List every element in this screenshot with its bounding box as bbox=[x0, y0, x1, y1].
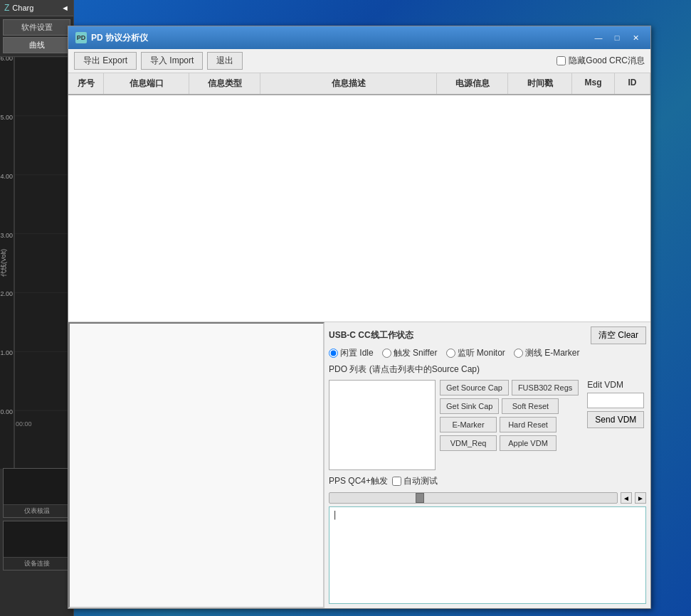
hide-good-crc-label[interactable]: 隐藏Good CRC消息 bbox=[557, 55, 645, 67]
export-button[interactable]: 导出 Export bbox=[74, 52, 137, 70]
slider-track[interactable] bbox=[329, 492, 618, 504]
col-header-id: ID bbox=[615, 73, 650, 94]
pdo-btn-row-2: Get Sink Cap Soft Reset bbox=[440, 398, 579, 414]
col-header-msg: Msg bbox=[572, 73, 615, 94]
radio-emarker[interactable]: 测线 E-Marker bbox=[514, 347, 580, 359]
import-button[interactable]: 导入 Import bbox=[141, 52, 203, 70]
title-bar: PD PD 协议分析仪 — □ ✕ bbox=[68, 26, 650, 49]
radio-emarker-label: 测线 E-Marker bbox=[525, 347, 580, 359]
app-icon: PD bbox=[75, 32, 87, 43]
edit-vdm-label: Edit VDM bbox=[587, 380, 644, 390]
get-source-cap-button[interactable]: Get Source Cap bbox=[440, 380, 509, 395]
title-bar-left: PD PD 协议分析仪 bbox=[75, 32, 148, 44]
pdo-list-box[interactable] bbox=[329, 380, 436, 470]
radio-emarker-input[interactable] bbox=[514, 349, 523, 358]
auto-test-label[interactable]: 自动测试 bbox=[392, 475, 438, 487]
left-panel-title-icon: Z bbox=[4, 3, 9, 13]
window-title: PD 协议分析仪 bbox=[91, 32, 148, 44]
pdo-section: Get Source Cap FUSB302 Regs Get Sink Cap… bbox=[329, 380, 646, 470]
edit-vdm-section: Edit VDM Send VDM bbox=[587, 380, 644, 470]
left-arrow-button[interactable]: ◄ bbox=[621, 492, 632, 504]
cc-status-label: USB-C CC线工作状态 bbox=[329, 329, 413, 341]
text-output-area[interactable] bbox=[329, 506, 646, 604]
pdo-buttons: Get Source Cap FUSB302 Regs Get Sink Cap… bbox=[440, 380, 579, 470]
radio-sniffer-label: 触发 Sniffer bbox=[394, 347, 438, 359]
svg-text:0.00: 0.00 bbox=[0, 408, 13, 415]
svg-text:6.00: 6.00 bbox=[0, 57, 13, 62]
chart-area: 6.00 5.00 4.00 3.00 2.00 1.00 0.00 代线(Vo… bbox=[0, 56, 74, 469]
hide-good-crc-checkbox[interactable] bbox=[557, 56, 566, 65]
pdo-btn-row-3: E-Marker Hard Reset bbox=[440, 417, 579, 432]
radio-sniffer-input[interactable] bbox=[382, 349, 391, 358]
bottom-left-waveform bbox=[68, 322, 325, 608]
col-header-port: 信息端口 bbox=[104, 73, 189, 94]
collapse-icon[interactable]: ◄ bbox=[61, 4, 69, 12]
col-header-type: 信息类型 bbox=[189, 73, 260, 94]
bottom-right-controls: USB-C CC线工作状态 清空 Clear 闲置 Idle 触发 Sniffe… bbox=[325, 322, 650, 608]
vdm-req-button[interactable]: VDM_Req bbox=[440, 435, 497, 451]
apple-vdm-button[interactable]: Apple VDM bbox=[500, 435, 557, 451]
minimize-button[interactable]: — bbox=[591, 31, 606, 44]
col-header-desc: 信息描述 bbox=[260, 73, 437, 94]
svg-text:代线(Volt): 代线(Volt) bbox=[0, 249, 7, 277]
table-body bbox=[68, 95, 650, 322]
pps-section: PPS QC4+触发 自动测试 bbox=[329, 473, 646, 489]
send-vdm-button[interactable]: Send VDM bbox=[587, 411, 644, 428]
auto-test-checkbox[interactable] bbox=[392, 477, 401, 486]
cc-status-row: USB-C CC线工作状态 清空 Clear bbox=[329, 326, 646, 344]
tab-curve[interactable]: 曲线 bbox=[3, 37, 70, 53]
radio-group: 闲置 Idle 触发 Sniffer 监听 Monitor 测线 E-Marke… bbox=[329, 347, 646, 359]
col-header-seq: 序号 bbox=[68, 73, 104, 94]
widget-device-connect: 设备连接 bbox=[3, 521, 70, 570]
exit-button[interactable]: 退出 bbox=[207, 52, 243, 70]
table-header: 序号 信息端口 信息类型 信息描述 电源信息 时间戳 Msg ID bbox=[68, 73, 650, 95]
svg-text:5.00: 5.00 bbox=[0, 114, 13, 121]
radio-monitor[interactable]: 监听 Monitor bbox=[446, 347, 505, 359]
bottom-top: USB-C CC线工作状态 清空 Clear 闲置 Idle 触发 Sniffe… bbox=[68, 322, 650, 608]
radio-idle[interactable]: 闲置 Idle bbox=[329, 347, 374, 359]
hide-good-crc-text: 隐藏Good CRC消息 bbox=[569, 55, 645, 67]
pdo-label: PDO 列表 (请点击列表中的Source Cap) bbox=[329, 362, 646, 377]
hard-reset-button[interactable]: Hard Reset bbox=[500, 417, 557, 432]
left-panel-title: Charg bbox=[12, 4, 33, 12]
widget-temperature-label: 仪表核温 bbox=[4, 504, 70, 517]
radio-monitor-input[interactable] bbox=[446, 349, 455, 358]
left-panel-tabs: 软件设置 曲线 bbox=[0, 16, 73, 56]
col-header-power: 电源信息 bbox=[437, 73, 508, 94]
widget-device-connect-label: 设备连接 bbox=[4, 557, 70, 570]
title-bar-controls: — □ ✕ bbox=[591, 31, 643, 44]
maximize-button[interactable]: □ bbox=[609, 31, 625, 44]
fusb302-regs-button[interactable]: FUSB302 Regs bbox=[512, 380, 579, 395]
radio-idle-label: 闲置 Idle bbox=[340, 347, 374, 359]
slider-row: ◄ ► bbox=[329, 492, 646, 504]
tab-software-settings[interactable]: 软件设置 bbox=[3, 19, 70, 36]
pps-label: PPS QC4+触发 bbox=[329, 475, 388, 487]
svg-text:3.00: 3.00 bbox=[0, 232, 13, 239]
pdo-btn-row-4: VDM_Req Apple VDM bbox=[440, 435, 579, 451]
svg-text:1.00: 1.00 bbox=[0, 349, 13, 356]
chart-svg: 6.00 5.00 4.00 3.00 2.00 1.00 0.00 代线(Vo… bbox=[0, 57, 74, 469]
svg-text:4.00: 4.00 bbox=[0, 173, 13, 180]
widget-temperature: 仪表核温 bbox=[3, 468, 70, 518]
menu-bar: 导出 Export 导入 Import 退出 隐藏Good CRC消息 bbox=[68, 49, 650, 73]
auto-test-text: 自动测试 bbox=[403, 475, 438, 487]
bottom-section: USB-C CC线工作状态 清空 Clear 闲置 Idle 触发 Sniffe… bbox=[68, 322, 650, 608]
left-panel-header: Z Charg ◄ bbox=[0, 0, 73, 16]
get-sink-cap-button[interactable]: Get Sink Cap bbox=[440, 398, 499, 414]
soft-reset-button[interactable]: Soft Reset bbox=[502, 398, 559, 414]
close-button[interactable]: ✕ bbox=[628, 31, 643, 44]
table-area: 序号 信息端口 信息类型 信息描述 电源信息 时间戳 Msg ID bbox=[68, 73, 650, 322]
radio-sniffer[interactable]: 触发 Sniffer bbox=[382, 347, 438, 359]
slider-thumb[interactable] bbox=[416, 493, 424, 503]
svg-text:00:00: 00:00 bbox=[16, 420, 32, 428]
left-panel: Z Charg ◄ 软件设置 曲线 6.00 5.00 4.00 3.00 2.… bbox=[0, 0, 74, 616]
clear-button[interactable]: 清空 Clear bbox=[591, 326, 646, 344]
col-header-timestamp: 时间戳 bbox=[508, 73, 572, 94]
e-marker-button[interactable]: E-Marker bbox=[440, 417, 497, 432]
radio-monitor-label: 监听 Monitor bbox=[458, 347, 505, 359]
main-window: PD PD 协议分析仪 — □ ✕ 导出 Export 导入 Import 退出… bbox=[68, 26, 651, 609]
pdo-btn-row-1: Get Source Cap FUSB302 Regs bbox=[440, 380, 579, 395]
right-arrow-button[interactable]: ► bbox=[635, 492, 646, 504]
vdm-input-field[interactable] bbox=[587, 393, 644, 408]
radio-idle-input[interactable] bbox=[329, 349, 338, 358]
